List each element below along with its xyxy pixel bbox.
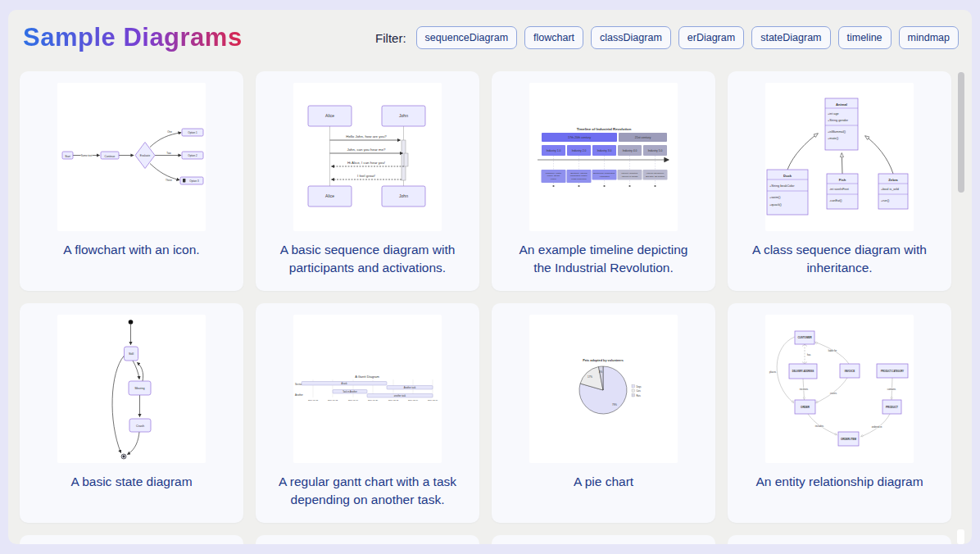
svg-text:Animal: Animal xyxy=(836,102,847,107)
diagram-card-partial[interactable] xyxy=(492,535,715,544)
flowchart-option3-label: Option 3 xyxy=(189,179,199,183)
svg-text:has: has xyxy=(807,353,811,356)
diagram-card-sequence[interactable]: Alice John Alice John Hello John, how ar… xyxy=(256,71,479,291)
flowchart-start-label: Start xyxy=(65,155,70,158)
message-4: I feel great! xyxy=(357,174,375,178)
diagram-preview: A Gantt Diagram Section Another A task A… xyxy=(293,315,442,463)
svg-text:Electronics, Computers,: Electronics, Computers, xyxy=(593,172,615,175)
svg-text:Zebra: Zebra xyxy=(888,178,898,182)
svg-text:Fish: Fish xyxy=(839,178,846,182)
filter-bar: Filter: sequenceDiagram flowchart classD… xyxy=(375,26,959,49)
svg-text:receives: receives xyxy=(800,388,809,391)
diagram-card-flowchart[interactable]: Start Some text Continue Evaluate One Tw… xyxy=(20,71,243,291)
svg-text:Crash: Crash xyxy=(136,425,144,428)
main-surface: Sample Diagrams Filter: sequenceDiagram … xyxy=(8,10,972,544)
svg-text:-canEat(): -canEat() xyxy=(829,199,842,202)
diagram-preview: CUSTOMER DELIVERY-ADDRESS INVOICE PRODUC… xyxy=(765,315,914,463)
svg-text:another task: another task xyxy=(394,394,406,397)
filter-button-mindmap[interactable]: mindmap xyxy=(899,26,959,49)
diagram-card-partial[interactable] xyxy=(728,535,951,544)
filter-button-timeline[interactable]: timeline xyxy=(838,26,892,49)
card-caption: A pie chart xyxy=(556,473,651,491)
filter-button-classDiagram[interactable]: classDiagram xyxy=(591,26,671,49)
er-diagram: CUSTOMER DELIVERY-ADDRESS INVOICE PRODUC… xyxy=(765,315,914,463)
svg-text:CUSTOMER: CUSTOMER xyxy=(797,336,812,339)
final-state-dot xyxy=(123,456,125,458)
pie-slices xyxy=(579,366,627,414)
svg-text:Internet of Things: Internet of Things xyxy=(622,175,638,178)
svg-text:Mass production: Mass production xyxy=(571,178,587,180)
filter-button-erDiagram[interactable]: erDiagram xyxy=(678,26,744,49)
svg-text:2014-02-16: 2014-02-16 xyxy=(428,399,438,402)
svg-text:ordered in: ordered in xyxy=(872,425,882,429)
svg-text:+swim(): +swim() xyxy=(769,196,781,199)
svg-text:A task: A task xyxy=(341,382,347,385)
filter-button-stateDiagram[interactable]: stateDiagram xyxy=(751,26,830,49)
diagram-card-pie[interactable]: Pets adopted by volunteers 79% 17% 3% Do… xyxy=(492,303,715,523)
card-caption: A basic state diagram xyxy=(52,473,210,491)
timeline-title: Timeline of Industrial Revolution xyxy=(577,127,632,131)
svg-text:ORDER: ORDER xyxy=(801,406,810,409)
svg-text:2014-01-05: 2014-01-05 xyxy=(308,399,319,402)
svg-text:Machinery, Water: Machinery, Water xyxy=(546,172,561,175)
timeline-periods: Industry 1.0 Industry 2.0 Industry 3.0 I… xyxy=(542,145,667,156)
svg-text:Still: Still xyxy=(129,352,134,356)
svg-text:+run(): +run() xyxy=(881,199,890,202)
svg-text:2014-02-02: 2014-02-02 xyxy=(388,399,399,402)
diagram-card-partial[interactable] xyxy=(256,535,479,544)
svg-text:contains: contains xyxy=(887,388,896,391)
card-caption: An example timeline depicting the Indust… xyxy=(492,241,715,276)
diagram-preview: Pets adopted by volunteers 79% 17% 3% Do… xyxy=(529,315,678,463)
diagram-card-er[interactable]: CUSTOMER DELIVERY-ADDRESS INVOICE PRODUC… xyxy=(728,303,951,523)
diagram-card-timeline[interactable]: Timeline of Industrial Revolution 17th-2… xyxy=(492,71,715,291)
svg-text:2014-01-26: 2014-01-26 xyxy=(368,399,379,402)
svg-text:Automation: Automation xyxy=(599,175,610,178)
svg-text:Industry 1.0: Industry 1.0 xyxy=(547,149,561,152)
flowchart-option1-label: Option 1 xyxy=(188,131,197,134)
filter-button-flowchart[interactable]: flowchart xyxy=(524,26,583,49)
page-title: Sample Diagrams xyxy=(23,23,243,52)
gantt-section-2: Another xyxy=(295,393,303,397)
timeline-section-1-label: 17th-20th century xyxy=(568,136,591,139)
diagram-card-gantt[interactable]: A Gantt Diagram Section Another A task A… xyxy=(256,303,479,523)
svg-text:Big data, 3D printing: Big data, 3D printing xyxy=(646,175,665,178)
flowchart-diagram: Start Some text Continue Evaluate One Tw… xyxy=(57,83,206,231)
pie-legend: Dogs Cats Rats xyxy=(632,385,642,397)
diagram-preview: Timeline of Industrial Revolution 17th-2… xyxy=(529,83,678,231)
diagram-card-state[interactable]: Still Moving Crash A basic state diagram xyxy=(20,303,243,523)
diagram-card-partial[interactable] xyxy=(20,535,243,544)
svg-text:ORDER-ITEM: ORDER-ITEM xyxy=(841,438,857,441)
scrollbar-track-end xyxy=(957,529,964,544)
diagram-preview: Still Moving Crash xyxy=(57,315,206,463)
actor-label-alice-bottom: Alice xyxy=(325,193,334,198)
svg-text:+bool is_wild: +bool is_wild xyxy=(881,188,899,191)
initial-state xyxy=(129,320,134,325)
flowchart-edge-label-some-text: Some text xyxy=(81,154,93,157)
svg-text:2014-01-19: 2014-01-19 xyxy=(348,399,359,402)
filter-label: Filter: xyxy=(375,31,406,45)
message-1: Hello John, how are you? xyxy=(346,134,387,138)
svg-text:Industry 5.0: Industry 5.0 xyxy=(648,149,663,152)
svg-text:power, Steam: power, Steam xyxy=(547,175,560,177)
svg-text:+int age: +int age xyxy=(828,112,839,116)
svg-text:+String beakColor: +String beakColor xyxy=(769,184,795,188)
message-3: Hi Alice, I can hear you! xyxy=(347,161,385,165)
sequence-messages: Hello John, how are you? John, can you h… xyxy=(330,134,405,180)
state-diagram: Still Moving Crash xyxy=(57,315,206,463)
card-caption: A class sequence diagram with inheritanc… xyxy=(728,241,951,276)
message-2: John, can you hear me? xyxy=(347,148,386,152)
svg-text:liable for: liable for xyxy=(828,349,837,352)
svg-text:combustion engine,: combustion engine, xyxy=(570,175,588,177)
svg-text:Artificial intelligence,: Artificial intelligence, xyxy=(646,172,665,175)
svg-text:power: power xyxy=(551,178,556,180)
svg-text:includes: includes xyxy=(815,425,824,428)
svg-text:2014-02-09: 2014-02-09 xyxy=(408,399,419,402)
flowchart-edge-label-two: Two xyxy=(166,152,171,155)
svg-text:Moving: Moving xyxy=(134,387,144,390)
pie-pct-cats: 17% xyxy=(588,375,592,379)
svg-text:+mate(): +mate() xyxy=(828,137,839,140)
svg-text:Internet, Robotics,: Internet, Robotics, xyxy=(621,172,638,175)
filter-button-sequenceDiagram[interactable]: sequenceDiagram xyxy=(416,26,517,49)
scrollbar-thumb[interactable] xyxy=(958,72,964,193)
diagram-card-class[interactable]: Animal +int age +String gender +isMammal… xyxy=(728,71,951,291)
